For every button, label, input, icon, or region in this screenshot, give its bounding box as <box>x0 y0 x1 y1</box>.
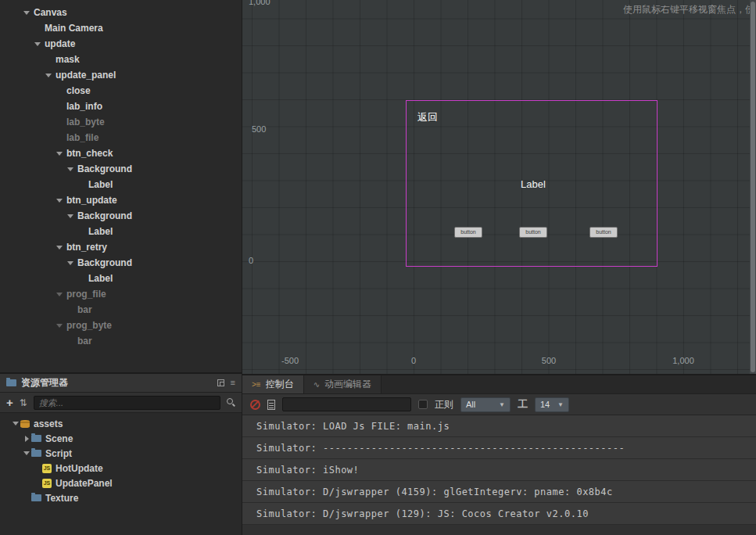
search-icon[interactable] <box>227 398 235 407</box>
disclosure-triangle-icon[interactable] <box>55 286 64 302</box>
asset-item-assets[interactable]: assets <box>0 416 242 431</box>
asset-item-script[interactable]: Script <box>0 446 242 461</box>
disclosure-triangle-icon[interactable] <box>22 5 31 20</box>
assets-panel-title: 资源管理器 <box>21 376 68 390</box>
log-file-icon[interactable] <box>267 400 275 410</box>
hierarchy-node-canvas[interactable]: Canvas <box>0 5 242 20</box>
tab-console[interactable]: >≡ 控制台 <box>242 375 304 393</box>
asset-item-updatepanel[interactable]: JSUpdatePanel <box>0 476 242 490</box>
log-row[interactable]: Simulator: iShow! <box>242 459 756 481</box>
dock-icon[interactable] <box>217 379 224 386</box>
canvas-design-rect[interactable]: 返回 Label button button button <box>406 100 657 267</box>
h-ruler-label: 1,000 <box>672 356 694 365</box>
console-filter-input[interactable] <box>282 397 411 411</box>
tab-animation-label: 动画编辑器 <box>324 378 371 391</box>
hierarchy-node-btn_update[interactable]: btn_update <box>0 192 242 208</box>
hierarchy-node-update[interactable]: update <box>0 36 242 52</box>
scene-hint-text: 使用鼠标右键平移视窗焦点，使用 <box>623 3 756 16</box>
log-row[interactable]: Simulator: D/jswrapper (129): JS: Cocos … <box>242 503 756 525</box>
hierarchy-node-lab_info[interactable]: lab_info <box>0 99 242 114</box>
node-label: mask <box>56 54 80 65</box>
hierarchy-node-background[interactable]: Background <box>0 208 242 224</box>
hierarchy-node-lab_byte[interactable]: lab_byte <box>0 114 242 130</box>
tab-animation-editor[interactable]: ∿ 动画编辑器 <box>304 375 382 393</box>
node-label: Label <box>88 179 113 190</box>
assets-search-input[interactable] <box>34 396 220 410</box>
folder-icon <box>31 435 41 442</box>
disclosure-triangle-icon[interactable] <box>11 416 20 432</box>
hierarchy-node-background[interactable]: Background <box>0 255 242 271</box>
node-label: lab_file <box>66 132 99 143</box>
sort-icon[interactable]: ⇅ <box>20 398 27 408</box>
node-label: Canvas <box>34 7 67 18</box>
v-ruler-label: 500 <box>252 124 266 134</box>
disclosure-triangle-icon[interactable] <box>22 446 31 461</box>
assets-panel-header: 资源管理器 ≡ <box>0 374 242 393</box>
hierarchy-node-prog_file[interactable]: prog_file <box>0 286 242 302</box>
hierarchy-node-label[interactable]: Label <box>0 177 242 192</box>
asset-label: UpdatePanel <box>56 478 113 489</box>
disclosure-triangle-icon[interactable] <box>33 36 42 52</box>
disclosure-triangle-icon[interactable] <box>66 161 75 177</box>
indent-spacer <box>44 52 53 67</box>
tab-console-label: 控制台 <box>266 378 294 391</box>
scene-button-3[interactable]: button <box>589 227 618 238</box>
asset-item-texture[interactable]: Texture <box>0 490 242 505</box>
disclosure-triangle-icon[interactable] <box>22 431 31 447</box>
disclosure-triangle-icon[interactable] <box>55 192 64 208</box>
node-label: update <box>45 38 75 49</box>
scene-vertical-scrollbar[interactable] <box>750 0 756 374</box>
panel-menu-icon[interactable]: ≡ <box>231 379 235 387</box>
console-toolbar: 正则 All ▼ 工 14 ▼ <box>242 394 756 415</box>
folder-icon <box>31 494 41 501</box>
hierarchy-node-background[interactable]: Background <box>0 161 242 177</box>
indent-spacer <box>22 490 31 506</box>
node-label: lab_info <box>66 101 102 112</box>
add-asset-button[interactable]: + <box>6 397 13 408</box>
log-row[interactable]: Simulator: D/jswrapper (4159): glGetInte… <box>242 481 756 503</box>
indent-spacer <box>33 461 42 476</box>
regex-checkbox[interactable] <box>418 400 428 409</box>
db-icon <box>20 420 30 428</box>
disclosure-triangle-icon[interactable] <box>66 208 75 224</box>
disclosure-triangle-icon[interactable] <box>66 255 75 271</box>
console-logs: Simulator: LOAD Js FILE: main.jsSimulato… <box>242 415 756 535</box>
disclosure-triangle-icon[interactable] <box>55 145 64 161</box>
log-row[interactable]: Simulator: -----------------------------… <box>242 437 756 459</box>
hierarchy-node-btn_check[interactable]: btn_check <box>0 145 242 161</box>
hierarchy-node-bar[interactable]: bar <box>0 333 242 349</box>
log-row[interactable]: Simulator: LOAD Js FILE: main.js <box>242 415 756 437</box>
hierarchy-node-main-camera[interactable]: Main Camera <box>0 20 242 36</box>
assets-panel: 资源管理器 ≡ + ⇅ assetsSceneScriptJSHotUpdate… <box>0 374 242 535</box>
indent-spacer <box>77 177 86 192</box>
font-size-dropdown[interactable]: 14 ▼ <box>535 397 569 412</box>
hierarchy-node-bar[interactable]: bar <box>0 302 242 318</box>
asset-item-scene[interactable]: Scene <box>0 431 242 446</box>
indent-spacer <box>66 333 75 349</box>
log-level-dropdown[interactable]: All ▼ <box>460 397 511 412</box>
hierarchy-node-mask[interactable]: mask <box>0 52 242 67</box>
hierarchy-node-btn_retry[interactable]: btn_retry <box>0 239 242 255</box>
indent-spacer <box>55 114 64 130</box>
folder-icon <box>6 379 16 386</box>
disclosure-triangle-icon[interactable] <box>55 318 64 333</box>
scene-button-1[interactable]: button <box>454 227 482 238</box>
scrollbar-thumb[interactable] <box>751 2 755 372</box>
asset-item-hotupdate[interactable]: JSHotUpdate <box>0 461 242 476</box>
hierarchy-node-lab_file[interactable]: lab_file <box>0 130 242 145</box>
folder-icon <box>31 450 41 457</box>
asset-label: Scene <box>45 433 73 444</box>
disclosure-triangle-icon[interactable] <box>44 67 53 83</box>
node-label: Main Camera <box>45 23 103 34</box>
node-label: Background <box>77 163 132 174</box>
center-label: Label <box>521 178 546 190</box>
hierarchy-node-prog_byte[interactable]: prog_byte <box>0 318 242 333</box>
clear-console-icon[interactable] <box>250 400 260 410</box>
scene-view[interactable]: 使用鼠标右键平移视窗焦点，使用 1,0005000-50005001,000 返… <box>242 0 756 375</box>
hierarchy-node-label[interactable]: Label <box>0 271 242 286</box>
hierarchy-node-update_panel[interactable]: update_panel <box>0 67 242 83</box>
hierarchy-node-close[interactable]: close <box>0 83 242 99</box>
scene-button-2[interactable]: button <box>519 227 547 238</box>
hierarchy-node-label[interactable]: Label <box>0 224 242 239</box>
disclosure-triangle-icon[interactable] <box>55 239 64 255</box>
